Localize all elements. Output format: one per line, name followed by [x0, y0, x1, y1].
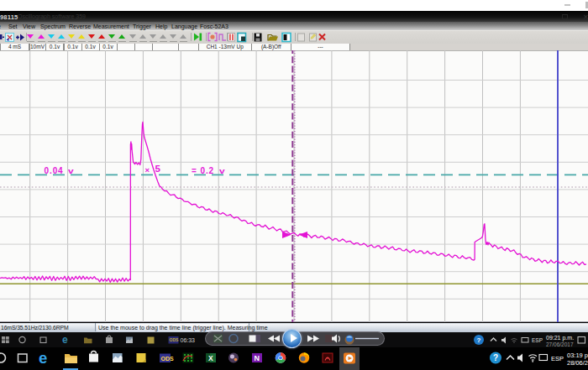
svg-text:N: N [255, 354, 260, 362]
svg-text:ODS: ODS [170, 337, 180, 342]
svg-text:27/06/2017: 27/06/2017 [546, 341, 574, 347]
svg-text:28/06/20: 28/06/20 [567, 359, 588, 367]
svg-text:?: ? [493, 353, 498, 362]
svg-text:03:19 p.: 03:19 p. [567, 352, 588, 359]
svg-text:e: e [39, 349, 47, 367]
svg-text:e: e [62, 334, 68, 346]
svg-text:X: X [208, 354, 213, 362]
svg-text:ESP: ESP [551, 355, 564, 362]
svg-text:ODS: ODS [161, 356, 175, 362]
svg-text:ESP: ESP [532, 337, 543, 343]
svg-text:?: ? [477, 336, 481, 344]
svg-text:06:33: 06:33 [181, 337, 196, 343]
